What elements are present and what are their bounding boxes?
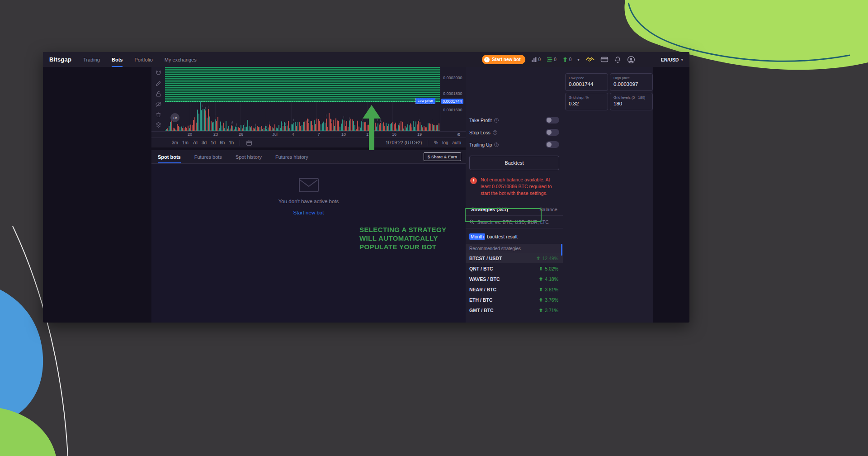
period-selector[interactable]: Month xyxy=(469,233,485,240)
tab-spot-history[interactable]: Spot history xyxy=(236,150,262,163)
balance-error: ! Not enough balance available. At least… xyxy=(466,170,563,204)
tab-futures-bots[interactable]: Futures bots xyxy=(194,150,222,163)
empty-bots-state: You don't have active bots Start new bot xyxy=(151,164,466,323)
layers-icon[interactable] xyxy=(155,122,162,128)
divider xyxy=(240,140,240,146)
topbar-right: + Start new bot 0 0 0 ▾ xyxy=(482,55,683,64)
timeframe-1d[interactable]: 1d xyxy=(211,140,216,145)
take-profit-toggle[interactable] xyxy=(546,117,559,124)
low-price-line-label[interactable]: Low price xyxy=(415,98,435,104)
low-price-field[interactable]: Low price 0.0001744 xyxy=(565,73,608,91)
time-tick: 26 xyxy=(239,132,243,137)
strategy-row[interactable]: ETH / BTC 3.76% xyxy=(466,294,563,305)
timeframe-1h[interactable]: 1h xyxy=(229,140,234,145)
app-window: Bitsgap Trading Bots Portfolio My exchan… xyxy=(43,52,689,323)
timeframe-3m[interactable]: 3m xyxy=(172,140,178,145)
tradingview-logo: TV xyxy=(170,113,179,122)
strategy-row[interactable]: QNT / BTC 5.02% xyxy=(466,263,563,274)
green-blob-bottom-left xyxy=(0,408,56,456)
stop-loss-toggle[interactable] xyxy=(546,129,559,136)
nav-item-my-exchanges[interactable]: My exchanges xyxy=(165,52,197,67)
time-tick: Jul xyxy=(272,132,278,137)
time-tick: 7 xyxy=(317,132,320,137)
trailing-up-row: Trailing Up ? xyxy=(466,138,563,151)
go-to-date-icon[interactable] xyxy=(246,140,252,146)
timeframe-6h[interactable]: 6h xyxy=(220,140,225,145)
strategy-row[interactable]: NEAR / BTC 3.81% xyxy=(466,284,563,294)
profile-icon xyxy=(627,56,635,64)
time-tick: 20 xyxy=(188,132,192,137)
magnet-icon[interactable] xyxy=(155,70,162,76)
timeframe-1m[interactable]: 1m xyxy=(182,140,189,145)
unlock-icon[interactable] xyxy=(155,90,162,97)
error-message: Not enough balance available. At least 0… xyxy=(481,176,558,204)
help-icon[interactable]: ? xyxy=(494,118,499,123)
active-bots-counter[interactable]: 0 xyxy=(531,57,541,62)
empty-state-message: You don't have active bots xyxy=(278,199,339,204)
notifications-button[interactable] xyxy=(614,56,621,63)
trailing-up-toggle[interactable] xyxy=(546,141,559,148)
backtest-button[interactable]: Backtest xyxy=(469,156,559,170)
help-icon[interactable]: ? xyxy=(493,130,497,135)
strategy-row[interactable]: GMT / BTC 3.71% xyxy=(466,305,563,315)
strategies-balance-tabs: Strategies (341) Balance xyxy=(466,204,563,216)
start-new-bot-link[interactable]: Start new bot xyxy=(293,210,324,215)
trading-chart: Low price TV 0.0002000 0.0001800 0.00017… xyxy=(151,67,466,147)
grid-bot-icon xyxy=(547,57,552,62)
billing-card-button[interactable] xyxy=(600,56,609,63)
bell-icon xyxy=(614,56,621,63)
time-tick: 23 xyxy=(213,132,218,137)
scale-auto-toggle[interactable]: auto xyxy=(453,140,461,145)
scale-percent-toggle[interactable]: % xyxy=(434,140,438,145)
chevron-down-icon: ▾ xyxy=(681,57,683,62)
time-tick: 16 xyxy=(392,132,396,137)
high-price-field[interactable]: High price 0.0003097 xyxy=(610,73,653,91)
search-input[interactable] xyxy=(477,219,559,225)
trash-icon[interactable] xyxy=(155,111,162,118)
mail-icon xyxy=(298,177,319,193)
nav-item-portfolio[interactable]: Portfolio xyxy=(134,52,152,67)
start-new-bot-button[interactable]: + Start new bot xyxy=(482,55,525,64)
chart-clock[interactable]: 10:09:22 (UTC+2) xyxy=(386,140,422,145)
nav-item-bots[interactable]: Bots xyxy=(112,52,123,67)
time-axis[interactable]: 20 23 26 Jul 4 7 10 13 16 19 ⚙ xyxy=(151,131,466,138)
up-arrow-icon xyxy=(536,256,540,260)
price-settings-panel: Low price 0.0001744 High price 0.0003097… xyxy=(563,67,653,323)
tab-futures-history[interactable]: Futures history xyxy=(275,150,308,163)
timeframe-3d[interactable]: 3d xyxy=(202,140,207,145)
scale-log-toggle[interactable]: log xyxy=(442,140,448,145)
chart-plot-area[interactable]: Low price TV xyxy=(165,67,440,131)
price-tick: 0.0002000 xyxy=(443,76,462,80)
hide-drawings-eye-icon[interactable] xyxy=(155,101,162,108)
price-tick: 0.0001600 xyxy=(443,108,462,112)
chevron-down-icon[interactable]: ▾ xyxy=(577,57,580,62)
referral-handshake-button[interactable] xyxy=(585,56,594,63)
timeframe-7d[interactable]: 7d xyxy=(193,140,198,145)
profile-button[interactable] xyxy=(627,56,635,64)
up-arrow-icon xyxy=(539,287,543,291)
candles-canvas xyxy=(165,67,440,131)
divider xyxy=(428,140,428,146)
strategy-row[interactable]: BTCST / USDT 12.49% xyxy=(466,253,563,263)
help-icon[interactable]: ? xyxy=(494,142,499,147)
strategy-row[interactable]: WAVES / BTC 4.18% xyxy=(466,274,563,284)
strategy-list-header: Recommended strategies xyxy=(466,244,563,253)
time-tick: 13 xyxy=(366,132,371,137)
futures-bots-counter[interactable]: 0 xyxy=(562,57,572,62)
draw-pencil-icon[interactable] xyxy=(155,80,162,87)
grid-bots-counter[interactable]: 0 xyxy=(547,57,557,62)
nav-item-trading[interactable]: Trading xyxy=(83,52,100,67)
price-tick: 0.0001800 xyxy=(443,91,462,96)
brand-logo[interactable]: Bitsgap xyxy=(49,56,71,63)
grid-levels-field[interactable]: Grid levels (5 - 180) 180 xyxy=(610,93,653,110)
tab-balance[interactable]: Balance xyxy=(539,207,557,212)
price-axis[interactable]: 0.0002000 0.0001800 0.0001744 0.0001600 xyxy=(440,67,466,131)
gear-icon[interactable]: ⚙ xyxy=(457,132,461,137)
grid-step-field[interactable]: Grid step, % 0.32 xyxy=(565,93,608,110)
share-earn-button[interactable]: $ Share & Earn xyxy=(424,152,461,161)
tab-strategies[interactable]: Strategies (341) xyxy=(471,207,508,212)
locale-selector[interactable]: EN/USD ▾ xyxy=(661,57,683,62)
scrollbar-thumb[interactable] xyxy=(561,244,562,256)
backtest-period-row: Month backtest result xyxy=(466,228,563,241)
tab-spot-bots[interactable]: Spot bots xyxy=(158,150,181,163)
